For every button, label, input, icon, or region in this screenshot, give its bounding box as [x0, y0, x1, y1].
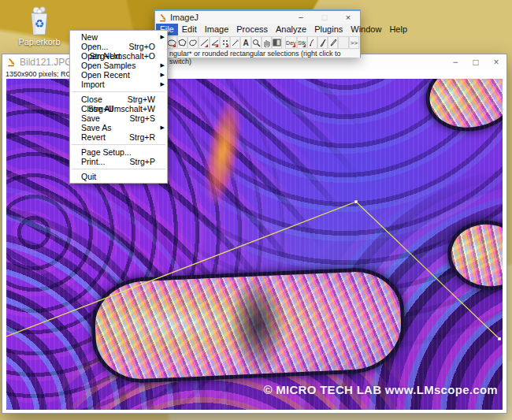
- file-menu-item-save-as[interactable]: Save As▶: [70, 123, 167, 132]
- wand-tool-icon[interactable]: [230, 36, 240, 49]
- file-menu-item-close[interactable]: CloseStrg+W: [70, 95, 167, 104]
- image-minimize-button[interactable]: −: [445, 54, 466, 70]
- more-tools-button[interactable]: >>: [349, 36, 359, 49]
- submenu-arrow-icon: ▶: [161, 70, 165, 80]
- angle-tool-icon[interactable]: [210, 36, 220, 49]
- dropper-tool-icon[interactable]: [328, 36, 338, 49]
- line-tool-icon[interactable]: [198, 36, 209, 49]
- file-menu-item-print[interactable]: Print...Strg+P: [70, 157, 167, 166]
- file-menu-item-new[interactable]: New▶: [70, 32, 167, 42]
- imagej-window[interactable]: ImageJ − □ × File Edit Image Process Ana…: [154, 9, 361, 58]
- point-tool-icon[interactable]: [220, 36, 230, 49]
- file-menu-item-save[interactable]: SaveStrg+S: [70, 113, 167, 123]
- imagej-title: ImageJ: [170, 13, 198, 22]
- image-window-title: Bild121.JPG: [20, 57, 72, 68]
- menu-image[interactable]: Image: [201, 24, 233, 35]
- imagej-maximize-button[interactable]: □: [313, 11, 336, 24]
- file-menu-item-open-next[interactable]: Open NextStrg+Umschalt+O: [70, 51, 167, 61]
- imagej-status-bar: ngular* or rounded rectangular selection…: [155, 50, 360, 58]
- file-menu-item-open[interactable]: Open...Strg+O: [70, 42, 167, 51]
- recycle-bin-icon: ♻: [24, 5, 55, 36]
- file-menu-item-quit[interactable]: Quit: [70, 172, 167, 181]
- imagej-menubar: File Edit Image Process Analyze Plugins …: [155, 24, 360, 35]
- submenu-arrow-icon: ▶: [161, 32, 165, 42]
- recycle-bin-shortcut[interactable]: ♻ Papierkorb: [11, 5, 68, 46]
- pencil-tool-icon[interactable]: [317, 36, 328, 49]
- color-picker-tool-icon[interactable]: [272, 36, 282, 49]
- imagej-microscope-icon: [158, 13, 167, 22]
- menu-help[interactable]: Help: [385, 24, 411, 35]
- imagej-minimize-button[interactable]: −: [289, 11, 313, 24]
- submenu-arrow-icon: ▶: [161, 61, 165, 70]
- file-menu-item-import[interactable]: Import▶: [70, 80, 167, 89]
- stk-macro-tool-button[interactable]: Stk: [297, 36, 307, 49]
- menu-edit[interactable]: Edit: [178, 24, 201, 35]
- imagej-titlebar[interactable]: ImageJ − □ ×: [155, 11, 360, 24]
- file-menu-item-close-all[interactable]: Close AllStrg+Umschalt+W: [70, 104, 167, 113]
- menu-separator: [72, 169, 165, 169]
- file-menu-item-revert[interactable]: RevertStrg+R: [70, 132, 167, 142]
- imagej-close-button[interactable]: ×: [336, 11, 360, 24]
- polygon-tool-icon[interactable]: [177, 36, 187, 49]
- image-maximize-button[interactable]: □: [466, 54, 486, 70]
- menu-analyze[interactable]: Analyze: [272, 24, 310, 35]
- file-menu-item-open-recent[interactable]: Open Recent▶: [70, 70, 167, 80]
- file-menu-item-open-samples[interactable]: Open Samples▶: [70, 61, 167, 70]
- file-menu-popup: New▶ Open...Strg+O Open NextStrg+Umschal…: [69, 30, 168, 184]
- selection-handle-end[interactable]: [498, 337, 501, 340]
- selection-handle-vertex[interactable]: [354, 200, 358, 203]
- desktop: { "colors": { "desktop_gold": "#c7a42f",…: [0, 0, 512, 420]
- dev-macro-tool-button[interactable]: Dev: [285, 36, 296, 49]
- recycle-bin-label: Papierkorb: [11, 37, 68, 46]
- imagej-microscope-icon: [6, 58, 16, 67]
- text-tool-icon[interactable]: A: [240, 36, 250, 49]
- menu-plugins[interactable]: Plugins: [310, 24, 347, 35]
- hand-tool-icon[interactable]: [262, 36, 272, 49]
- oval-tool-icon[interactable]: [166, 36, 177, 49]
- file-menu-item-page-setup[interactable]: Page Setup...: [70, 147, 167, 157]
- menu-window[interactable]: Window: [347, 24, 385, 35]
- imagej-toolbar: A Dev Stk >>: [155, 35, 360, 50]
- toolbar-empty-slot: [338, 36, 348, 49]
- freehand-tool-icon[interactable]: [187, 36, 198, 49]
- svg-text:♻: ♻: [35, 17, 45, 30]
- submenu-arrow-icon: ▶: [161, 80, 165, 89]
- image-close-button[interactable]: ×: [486, 54, 506, 70]
- brush-tool-icon[interactable]: [307, 36, 317, 49]
- menu-separator: [72, 144, 165, 145]
- zoom-tool-icon[interactable]: [251, 36, 262, 49]
- watermark-text: © MICRO TECH LAB www.LMscope.com: [263, 383, 498, 396]
- menu-separator: [72, 91, 165, 92]
- submenu-arrow-icon: ▶: [161, 123, 165, 132]
- menu-process[interactable]: Process: [232, 24, 272, 35]
